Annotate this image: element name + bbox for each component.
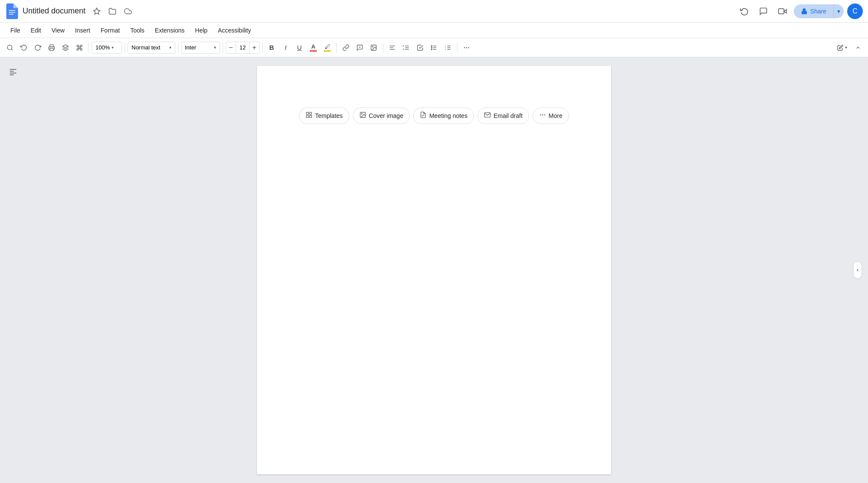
text-align-button[interactable] [386, 41, 399, 54]
menu-help[interactable]: Help [190, 24, 213, 36]
underline-button[interactable]: U [293, 41, 306, 54]
redo-button[interactable] [31, 41, 44, 54]
meeting-notes-chip[interactable]: Meeting notes [413, 108, 474, 124]
suggestions-chips-bar: Templates Cover image [299, 108, 569, 124]
menu-tools[interactable]: Tools [125, 24, 150, 36]
move-to-folder-button[interactable] [106, 5, 118, 17]
comment-button[interactable] [353, 41, 366, 54]
toolbar: 100% ▾ Normal text ▾ Inter ▾ − + B I U A [0, 38, 868, 57]
line-spacing-button[interactable] [400, 41, 413, 54]
star-button[interactable] [91, 5, 103, 17]
menu-edit[interactable]: Edit [26, 24, 46, 36]
history-button[interactable] [736, 3, 752, 19]
svg-point-24 [431, 47, 432, 48]
spellcheck-button[interactable] [59, 41, 72, 54]
svg-rect-6 [802, 11, 807, 14]
italic-button[interactable]: I [279, 41, 292, 54]
image-icon [370, 44, 377, 51]
font-arrow-icon: ▾ [214, 45, 216, 50]
share-main-button[interactable]: Share [794, 4, 833, 18]
font-size-input[interactable] [236, 42, 250, 53]
cover-image-icon [359, 111, 366, 120]
link-button[interactable] [339, 41, 352, 54]
bold-button[interactable]: B [265, 41, 278, 54]
svg-rect-41 [309, 115, 312, 117]
print-button[interactable] [45, 41, 58, 54]
outline-panel [5, 64, 24, 80]
svg-text:3.: 3. [445, 49, 446, 50]
avatar-letter: C [852, 7, 858, 15]
comments-button[interactable] [756, 3, 771, 19]
checklist-button[interactable] [414, 41, 427, 54]
chevron-left-icon [855, 268, 860, 272]
meeting-button[interactable] [775, 3, 790, 19]
more-chip-icon [539, 111, 546, 120]
highlight-button[interactable]: 🖊 [321, 41, 334, 54]
menu-format[interactable]: Format [95, 24, 125, 36]
search-button[interactable] [3, 41, 16, 54]
paint-format-button[interactable] [73, 41, 86, 54]
camera-icon [778, 7, 787, 16]
menu-extensions[interactable]: Extensions [150, 24, 190, 36]
divider-6 [336, 42, 337, 53]
text-color-button[interactable]: A [307, 41, 320, 54]
user-avatar[interactable]: C [847, 3, 863, 19]
insert-image-button[interactable] [367, 41, 380, 54]
document-content[interactable] [299, 132, 569, 392]
share-arrow-icon: ▾ [837, 8, 840, 15]
divider-3 [178, 42, 178, 53]
svg-point-49 [540, 114, 541, 115]
templates-chip[interactable]: Templates [299, 108, 349, 124]
svg-point-32 [464, 47, 465, 48]
chevron-up-icon [855, 45, 861, 51]
svg-point-44 [361, 114, 362, 114]
svg-point-48 [544, 114, 545, 115]
increase-font-button[interactable]: + [250, 42, 259, 54]
templates-chip-label: Templates [315, 112, 343, 119]
bullet-list-button[interactable] [427, 41, 441, 54]
align-icon [389, 44, 396, 51]
menu-insert[interactable]: Insert [70, 24, 95, 36]
decrease-font-button[interactable]: − [226, 42, 236, 54]
email-draft-chip-label: Email draft [493, 112, 523, 119]
hide-menus-button[interactable] [852, 41, 865, 54]
svg-rect-2 [9, 14, 14, 15]
search-icon [7, 44, 13, 51]
svg-point-25 [431, 49, 432, 50]
svg-point-33 [466, 47, 467, 48]
share-dropdown-button[interactable]: ▾ [833, 4, 844, 18]
email-draft-chip[interactable]: Email draft [477, 108, 529, 124]
text-style-select[interactable]: Normal text ▾ [128, 42, 175, 54]
menu-file[interactable]: File [5, 24, 26, 36]
outline-toggle-button[interactable] [5, 64, 21, 80]
numbered-list-button[interactable]: 1. 2. 3. [441, 41, 454, 54]
editing-mode-button[interactable]: ▾ [834, 41, 851, 54]
more-toolbar-options-button[interactable] [460, 41, 473, 54]
font-select[interactable]: Inter ▾ [181, 42, 220, 54]
templates-icon [306, 111, 312, 120]
svg-rect-1 [9, 12, 16, 13]
svg-rect-39 [306, 112, 309, 114]
numbered-list-icon: 1. 2. 3. [444, 44, 451, 51]
more-chip[interactable]: More [533, 108, 569, 124]
bullet-list-icon [431, 44, 437, 51]
undo-button[interactable] [17, 41, 30, 54]
more-options-icon [463, 44, 470, 51]
star-icon [93, 7, 101, 15]
svg-line-8 [11, 49, 13, 50]
cloud-save-button[interactable] [122, 5, 134, 17]
divider-2 [125, 42, 125, 53]
menu-accessibility[interactable]: Accessibility [213, 24, 256, 36]
document-title[interactable]: Untitled document [23, 7, 85, 16]
svg-rect-5 [778, 9, 784, 14]
cover-image-chip[interactable]: Cover image [353, 108, 410, 124]
more-chip-label: More [549, 112, 562, 119]
menu-view[interactable]: View [46, 24, 70, 36]
lock-icon [801, 8, 808, 15]
text-style-label: Normal text [132, 44, 160, 51]
collapse-sidebar-button[interactable] [853, 261, 862, 279]
cloud-icon [124, 7, 132, 15]
font-size-control: − + [226, 42, 260, 54]
zoom-select[interactable]: 100% ▾ [92, 42, 122, 54]
divider-1 [89, 42, 89, 53]
